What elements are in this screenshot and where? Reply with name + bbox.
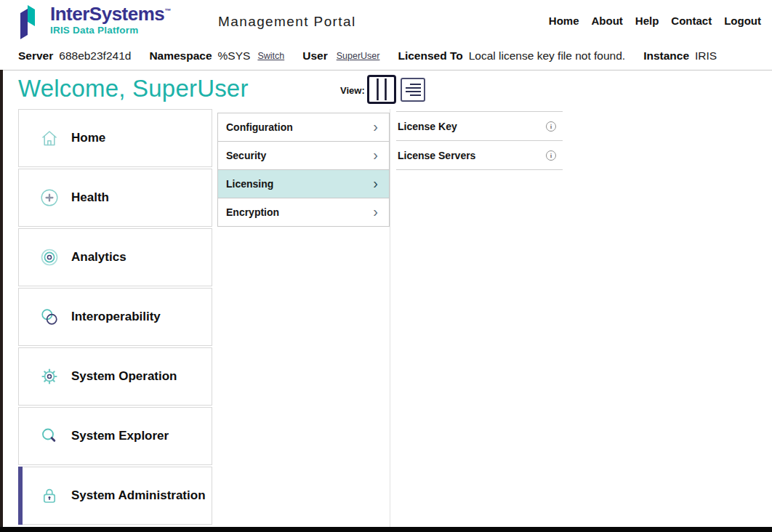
detail-item-license-servers[interactable]: License Servers i bbox=[396, 141, 563, 170]
list-view-button[interactable] bbox=[401, 78, 425, 102]
management-portal-page: InterSystems™ IRIS Data Platform Managem… bbox=[0, 0, 772, 532]
server-value: 688eb23f241d bbox=[59, 49, 131, 63]
namespace-label: Namespace bbox=[149, 49, 212, 63]
top-header: InterSystems™ IRIS Data Platform Managem… bbox=[0, 0, 772, 42]
nav-contact-link[interactable]: Contact bbox=[671, 15, 712, 27]
intersystems-logo: InterSystems™ IRIS Data Platform bbox=[18, 4, 171, 39]
system-explorer-icon bbox=[40, 427, 59, 446]
detail-item-label: License Key bbox=[398, 121, 457, 132]
sidebar-item-label: System Administration bbox=[71, 488, 206, 503]
main-menu-sidebar: Home Health Analytics bbox=[18, 109, 212, 526]
intersystems-logo-mark bbox=[18, 4, 44, 39]
licensed-to-label: Licensed To bbox=[398, 49, 462, 63]
window-bottom-bar bbox=[0, 527, 772, 532]
sidebar-item-system-explorer[interactable]: System Explorer bbox=[18, 407, 212, 465]
submenu-item-licensing[interactable]: Licensing › bbox=[217, 169, 390, 198]
view-label: View: bbox=[340, 85, 365, 96]
sidebar-item-home[interactable]: Home bbox=[18, 109, 212, 167]
analytics-icon bbox=[40, 248, 59, 267]
licensing-detail-menu: License Key i License Servers i bbox=[396, 111, 563, 170]
interoperability-icon bbox=[40, 307, 59, 326]
chevron-right-icon: › bbox=[373, 148, 378, 164]
brand-subtitle: IRIS Data Platform bbox=[50, 25, 171, 36]
columns-view-icon bbox=[369, 77, 394, 102]
server-label: Server bbox=[18, 49, 53, 63]
system-operation-icon bbox=[40, 367, 59, 386]
detail-item-label: License Servers bbox=[398, 150, 475, 161]
trademark-symbol: ™ bbox=[164, 7, 171, 15]
list-view-icon bbox=[402, 79, 424, 100]
detail-item-license-key[interactable]: License Key i bbox=[396, 112, 563, 141]
submenu-item-label: Encryption bbox=[226, 206, 279, 218]
column-divider bbox=[390, 109, 390, 527]
nav-help-link[interactable]: Help bbox=[635, 15, 659, 27]
window-left-edge bbox=[0, 70, 3, 532]
submenu-item-encryption[interactable]: Encryption › bbox=[217, 198, 390, 227]
sidebar-item-analytics[interactable]: Analytics bbox=[18, 228, 212, 286]
welcome-heading: Welcome, SuperUser bbox=[18, 75, 249, 102]
instance-value: IRIS bbox=[695, 49, 717, 63]
nav-about-link[interactable]: About bbox=[592, 15, 623, 27]
submenu-item-label: Configuration bbox=[226, 121, 293, 133]
namespace-value: %SYS bbox=[218, 49, 251, 63]
welcome-bar: Welcome, SuperUser View: bbox=[0, 70, 772, 109]
info-icon[interactable]: i bbox=[546, 150, 556, 161]
licensed-to-value: Local license key file not found. bbox=[469, 49, 625, 63]
top-nav: Home About Help Contact Logout bbox=[549, 15, 761, 27]
info-icon[interactable]: i bbox=[546, 121, 556, 132]
info-bar: Server 688eb23f241d Namespace %SYS Switc… bbox=[0, 42, 772, 70]
instance-label: Instance bbox=[643, 49, 689, 63]
sidebar-item-label: Health bbox=[71, 190, 109, 205]
chevron-right-icon: › bbox=[373, 176, 378, 193]
sidebar-item-label: Interoperability bbox=[71, 310, 161, 324]
switch-namespace-link[interactable]: Switch bbox=[257, 51, 284, 61]
chevron-right-icon: › bbox=[373, 204, 378, 221]
user-profile-link[interactable]: SuperUser bbox=[337, 51, 380, 61]
submenu-item-security[interactable]: Security › bbox=[217, 141, 390, 170]
nav-home-link[interactable]: Home bbox=[549, 15, 579, 27]
columns-view-button[interactable] bbox=[367, 75, 396, 104]
chevron-right-icon: › bbox=[373, 119, 378, 136]
sidebar-item-interoperability[interactable]: Interoperability bbox=[18, 288, 212, 346]
sidebar-item-health[interactable]: Health bbox=[18, 169, 212, 227]
sidebar-item-system-administration[interactable]: System Administration bbox=[18, 467, 212, 525]
page-title: Management Portal bbox=[218, 14, 356, 30]
brand-name: InterSystems™ bbox=[50, 4, 171, 24]
submenu-item-label: Licensing bbox=[226, 178, 273, 190]
home-icon bbox=[40, 129, 59, 148]
selected-indicator-bar bbox=[18, 467, 23, 525]
sidebar-item-label: System Explorer bbox=[71, 429, 169, 443]
sidebar-item-system-operation[interactable]: System Operation bbox=[18, 347, 212, 406]
sidebar-item-label: Analytics bbox=[71, 250, 126, 265]
submenu-item-configuration[interactable]: Configuration › bbox=[217, 113, 390, 142]
submenu-item-label: Security bbox=[226, 150, 266, 161]
system-administration-submenu: Configuration › Security › Licensing › E… bbox=[217, 113, 390, 227]
health-icon bbox=[40, 188, 59, 207]
system-administration-icon bbox=[40, 486, 59, 505]
sidebar-item-label: Home bbox=[71, 131, 105, 145]
user-label: User bbox=[302, 49, 327, 63]
brand-wordmark: InterSystems bbox=[50, 3, 164, 25]
nav-logout-link[interactable]: Logout bbox=[724, 15, 761, 27]
sidebar-item-label: System Operation bbox=[71, 369, 177, 384]
